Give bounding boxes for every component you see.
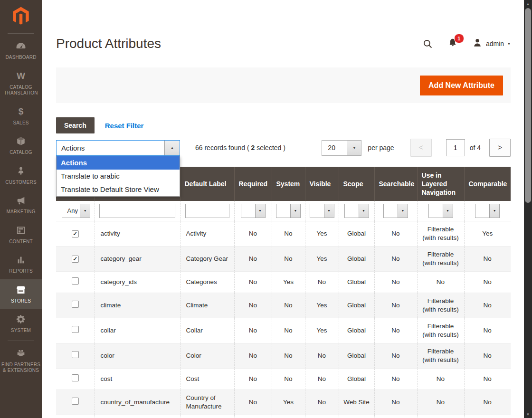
column-header-scope[interactable]: Scope — [339, 167, 374, 201]
filter-select-visible[interactable]: ▼ — [310, 204, 334, 218]
cell-visible: No — [305, 272, 339, 293]
sidebar-item-dashboard[interactable]: DASHBOARD — [0, 36, 42, 66]
sidebar-item-sales[interactable]: $SALES — [0, 101, 42, 131]
cell-system: Yes — [272, 272, 305, 293]
actions-option-translate-to-arabic[interactable]: Translate to arabic — [57, 170, 180, 183]
actions-option-actions[interactable]: Actions — [57, 156, 180, 170]
column-header-required[interactable]: Required — [234, 167, 272, 201]
table-row: country_of_manufactureCountry of Manufac… — [56, 390, 511, 415]
cell-layered-navigation: No — [417, 369, 464, 390]
cell-comparable: No — [464, 247, 511, 272]
row-checkbox[interactable] — [72, 351, 79, 358]
reset-filter-link[interactable]: Reset Filter — [105, 122, 144, 130]
per-page-label: per page — [368, 144, 394, 152]
row-checkbox[interactable] — [72, 301, 79, 308]
sidebar-item-catalog[interactable]: CATALOG — [0, 131, 42, 161]
search-icon[interactable] — [422, 38, 433, 49]
column-header-visible[interactable]: Visible — [305, 167, 339, 201]
scroll-down-arrow-icon[interactable]: ▼ — [524, 411, 532, 418]
cell-default-label: Collar — [180, 318, 234, 343]
catalog-icon — [16, 135, 26, 147]
cell-scope: Global — [339, 369, 374, 390]
filter-select-searchable[interactable]: ▼ — [383, 204, 408, 218]
sidebar-item-label: CATALOG TRANSLATION — [1, 85, 41, 96]
chevron-down-icon: ▼ — [347, 141, 361, 155]
column-header-system[interactable]: System — [272, 167, 305, 201]
table-row: climateClimateNoNoYesGlobalNoFilterable … — [56, 293, 511, 318]
cell-layered-navigation: Filterable (with results) — [417, 247, 464, 272]
cell-comparable: No — [464, 318, 511, 343]
filter-select-system[interactable]: ▼ — [276, 204, 301, 218]
cell-required: No — [234, 247, 272, 272]
row-checkbox[interactable] — [72, 326, 79, 333]
cell-scope: Global — [339, 318, 374, 343]
sidebar-item-system[interactable]: SYSTEM — [0, 309, 42, 339]
filter-select-comparable[interactable]: ▼ — [475, 204, 500, 218]
customers-icon — [16, 165, 26, 177]
cell-system: No — [272, 318, 305, 343]
cell-attribute-code: collar — [95, 318, 180, 343]
admin-username: admin — [486, 40, 504, 48]
filter-input-default-label[interactable] — [185, 204, 229, 218]
table-row: collarCollarNoNoYesGlobalNoFilterable (w… — [56, 318, 511, 343]
filter-select-any[interactable]: Any▼ — [62, 204, 90, 218]
actions-option-translate-to-default-store-view[interactable]: Translate to Default Store View — [57, 183, 180, 196]
cell-default-label: Climate — [180, 293, 234, 318]
sidebar-item-label: REPORTS — [9, 268, 33, 275]
row-checkbox[interactable] — [72, 277, 79, 285]
sidebar-item-stores[interactable]: STORES — [0, 279, 42, 309]
sidebar: DASHBOARDWCATALOG TRANSLATION$SALESCATAL… — [0, 0, 42, 418]
filter-select-layered-navigation[interactable]: ▼ — [428, 204, 453, 218]
page-size-select[interactable]: 20 ▼ — [322, 140, 361, 156]
filter-input-attribute-code[interactable] — [99, 204, 175, 218]
filter-select-scope[interactable]: ▼ — [344, 204, 369, 218]
actions-dropdown-list: ActionsTranslate to arabicTranslate to D… — [56, 156, 180, 197]
cell-visible: Yes — [305, 318, 339, 343]
chevron-up-icon: ▲ — [164, 141, 180, 155]
search-button[interactable]: Search — [56, 117, 95, 133]
sidebar-item-customers[interactable]: CUSTOMERS — [0, 161, 42, 190]
pager: 20 ▼ per page < of 4 > — [322, 139, 511, 157]
sidebar-item-label: SYSTEM — [11, 328, 31, 334]
cell-required: No — [234, 318, 272, 343]
sidebar-item-find-partners-extensions[interactable]: FIND PARTNERS & EXTENSIONS — [0, 343, 42, 379]
table-row: ✓activityActivityNoNoYesGlobalNoFilterab… — [56, 221, 511, 247]
column-header-searchable[interactable]: Searchable — [374, 167, 417, 201]
cell-layered-navigation: Filterable (with results) — [417, 221, 464, 247]
add-new-attribute-button[interactable]: Add New Attribute — [420, 76, 503, 95]
scroll-up-arrow-icon[interactable]: ▲ — [524, 0, 532, 7]
row-checkbox[interactable]: ✓ — [72, 230, 79, 238]
sidebar-item-marketing[interactable]: MARKETING — [0, 190, 42, 220]
row-checkbox[interactable] — [72, 374, 79, 381]
column-header-comparable[interactable]: Comparable — [464, 167, 511, 201]
previous-page-button[interactable]: < — [410, 139, 432, 157]
row-checkbox[interactable]: ✓ — [72, 256, 79, 263]
cell-scope: Global — [339, 293, 374, 318]
cell-layered-navigation: Filterable (with results) — [417, 293, 464, 318]
cell-layered-navigation: Filterable (with results) — [417, 343, 464, 369]
chevron-down-icon: ▼ — [324, 204, 334, 218]
scrollbar-thumb[interactable] — [525, 8, 531, 203]
actions-select[interactable]: Actions ▲ — [56, 140, 180, 156]
page-number-input[interactable] — [446, 139, 465, 156]
main-content: Product Attributes 1 admin ▼ — [42, 0, 524, 418]
sidebar-item-catalog-translation[interactable]: WCATALOG TRANSLATION — [0, 66, 42, 101]
next-page-button[interactable]: > — [489, 139, 511, 157]
admin-menu[interactable]: admin ▼ — [472, 38, 511, 50]
marketing-icon — [16, 195, 26, 206]
cell-scope: Global — [339, 272, 374, 293]
sidebar-item-label: CONTENT — [9, 239, 33, 245]
sidebar-item-label: DASHBOARD — [5, 55, 36, 61]
filter-select-required[interactable]: ▼ — [241, 204, 266, 218]
column-header-use-in-layered-navigation[interactable]: Use in Layered Navigation — [417, 167, 464, 201]
chevron-down-icon: ▼ — [443, 204, 453, 218]
sidebar-item-reports[interactable]: REPORTS — [0, 249, 42, 279]
sidebar-item-content[interactable]: CONTENT — [0, 220, 42, 250]
column-header-default-label[interactable]: Default Label — [180, 167, 234, 201]
cell-searchable: No — [374, 343, 417, 369]
cell-system: Yes — [272, 390, 305, 415]
notifications-button[interactable]: 1 — [447, 38, 458, 50]
row-checkbox[interactable] — [72, 398, 79, 405]
magento-logo[interactable] — [0, 0, 42, 33]
page-actions-bar: Add New Attribute — [56, 67, 511, 103]
